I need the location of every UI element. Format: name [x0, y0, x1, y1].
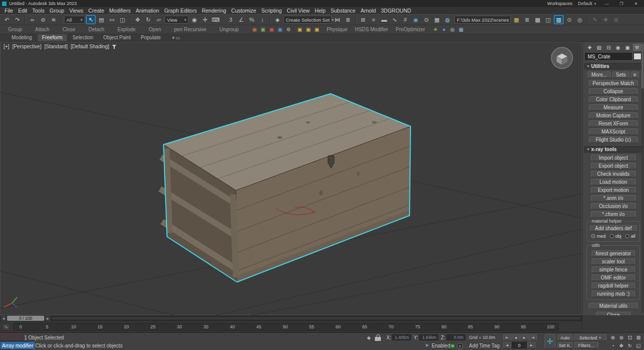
performance-icon[interactable]: ➤	[424, 342, 431, 348]
time-forward-arrow[interactable]: ▸	[45, 316, 50, 321]
set-key-button[interactable]: ✛	[544, 334, 555, 348]
display-channel-icon[interactable]: ◫	[543, 15, 553, 24]
select-by-name-icon[interactable]: ▤	[97, 15, 106, 24]
render-production-icon[interactable]: ◍	[443, 15, 452, 24]
uv-channel-icon[interactable]: ▦	[512, 15, 521, 24]
xray-tool-button[interactable]: Load motion	[591, 179, 636, 185]
menu-item[interactable]: Scripting	[259, 7, 284, 14]
selection-filter-dropdown[interactable]: All▾	[64, 16, 85, 24]
mini-curve-editor-icon[interactable]: ∿	[2, 323, 10, 330]
menu-item[interactable]: Create	[86, 7, 107, 14]
select-object-icon[interactable]: ↖	[86, 15, 96, 24]
unlink-selection-icon[interactable]: ⊘	[38, 15, 48, 24]
menu-item[interactable]: Edit	[16, 7, 30, 14]
toolbar-text-button[interactable]: Detach	[89, 27, 105, 32]
zoom-extents-icon[interactable]: ⊡	[626, 334, 634, 341]
container-import-icon[interactable]: ▣	[251, 26, 258, 33]
go-to-end-icon[interactable]: ⇥	[529, 334, 537, 341]
pan-icon[interactable]: ✥	[617, 342, 625, 349]
time-slider-handle[interactable]: 0 / 100	[7, 316, 44, 321]
shader-scope-radio[interactable]: med	[591, 234, 606, 239]
community-icon[interactable]: ◎	[575, 15, 585, 24]
viewport-canvas[interactable]	[0, 42, 582, 315]
y-coordinate-field[interactable]: 1.94km	[419, 334, 438, 340]
scene-path-dropdown[interactable]: F:\3ds Max 2022\scenes▾	[454, 16, 511, 24]
viewport-shading-menu[interactable]: [Default Shading]	[70, 44, 109, 49]
field-of-view-icon[interactable]: ◔	[609, 342, 617, 349]
more-button[interactable]: More...	[588, 72, 611, 78]
modifier-text-button[interactable]: ProOptimizer	[396, 27, 425, 32]
utils-button[interactable]: running mob :)	[592, 291, 635, 297]
edit-named-selection-sets-icon[interactable]: ◈	[273, 15, 282, 24]
modifier-text-button[interactable]: Physique	[327, 27, 347, 32]
configure-button-sets-icon[interactable]: ≡	[631, 72, 639, 78]
scrollbar-thumb[interactable]	[641, 43, 643, 89]
minimize-button[interactable]: —	[601, 0, 613, 7]
crate-object[interactable]	[160, 94, 411, 282]
utils-button[interactable]: OMF editor	[592, 274, 635, 281]
xray-tool-button[interactable]: Export motion	[591, 187, 636, 193]
ribbon-minimize-icon[interactable]: ▾ ▭	[172, 35, 180, 41]
viewport-general-menu[interactable]: [+]	[4, 44, 9, 49]
per-view-filter-icon[interactable]	[112, 44, 117, 49]
window-crossing-toggle-icon[interactable]: ◫	[118, 15, 127, 24]
bind-to-space-warp-icon[interactable]: ≋	[49, 15, 58, 24]
maximize-viewport-icon[interactable]: ◱	[634, 342, 642, 349]
close-button[interactable]: ✕	[630, 0, 642, 7]
panel-scrollbar[interactable]	[641, 43, 643, 313]
select-and-link-icon[interactable]: ∞	[28, 15, 37, 24]
target-icon[interactable]: ◎	[449, 26, 456, 33]
gold-box-icon-b[interactable]: ▣	[304, 26, 312, 33]
xray-tool-button[interactable]: Export object	[591, 163, 636, 169]
snap-grid-icon[interactable]: ⊞	[611, 15, 621, 24]
ribbon-tab[interactable]: Modeling	[7, 34, 37, 41]
toolbar-text-button[interactable]: Attach	[35, 27, 49, 32]
key-mode-dropdown[interactable]: Selected▾	[574, 334, 606, 341]
previous-frame-icon[interactable]: ◂	[512, 334, 520, 341]
add-shaders-def-button[interactable]: Add shaders def	[590, 225, 637, 232]
mirror-icon[interactable]: ⋈	[333, 15, 342, 24]
play-icon[interactable]: ▸	[520, 334, 528, 341]
spinner-snap-icon[interactable]: ↕	[258, 15, 267, 24]
xray-tool-button[interactable]: Check invalids	[591, 171, 636, 177]
perspective-viewport[interactable]: [+] [Perspective] [Standard] [Default Sh…	[0, 42, 582, 315]
auto-key-button[interactable]: Auto	[557, 334, 573, 341]
maximize-button[interactable]: ❐	[615, 0, 627, 7]
utility-button[interactable]: Collapse	[589, 88, 638, 95]
menu-item[interactable]: Customize	[229, 7, 259, 14]
shader-scope-radio[interactable]: obj	[610, 234, 621, 239]
view-cube[interactable]	[550, 46, 574, 70]
create-tab-icon[interactable]: ✚	[586, 44, 594, 51]
previous-key-icon[interactable]: ◂	[503, 342, 511, 348]
orbit-icon[interactable]: ↻	[626, 342, 634, 349]
utility-button[interactable]: Flight Studio (c)	[589, 136, 638, 143]
x-coordinate-field[interactable]: 1.405m	[392, 334, 411, 340]
utils-button[interactable]: ragdoll helper	[592, 283, 635, 289]
track-bar[interactable]: ∿ 05101520253035404550556065707580859095…	[0, 321, 582, 332]
key-filters-button[interactable]: Filters...	[574, 342, 598, 348]
menu-item[interactable]: Substance	[328, 7, 358, 14]
info-icon[interactable]: ⊙	[565, 15, 574, 24]
undo-icon[interactable]: ↶	[2, 15, 12, 24]
xray-tool-button[interactable]: Import object	[591, 155, 636, 161]
material-utils-button[interactable]: Material utils	[589, 303, 638, 309]
select-and-move-icon[interactable]: ✥	[133, 15, 142, 24]
menu-item[interactable]: Group	[47, 7, 67, 14]
utils-button[interactable]: forest generator	[592, 250, 635, 257]
toolbar-text-button[interactable]: Close	[62, 27, 75, 32]
sets-button[interactable]: Sets	[612, 72, 629, 78]
object-name-field[interactable]: MS_Crate	[585, 53, 632, 60]
xray-tool-button[interactable]: *.anm i/o	[591, 195, 636, 201]
next-key-icon[interactable]: ▸	[527, 342, 535, 348]
select-and-scale-icon[interactable]: ▱	[154, 15, 164, 24]
utility-button[interactable]: Measure	[589, 104, 638, 111]
utilities-tab-icon[interactable]: ⚒	[633, 44, 641, 51]
toggle-scene-explorer-icon[interactable]: ⊞	[358, 15, 368, 24]
macro-recorder-line[interactable]	[0, 333, 23, 341]
workspace-selector[interactable]: Default▾	[576, 1, 598, 6]
xray-tools-rollout-header[interactable]: ▾x-ray tools	[584, 146, 642, 153]
schematic-view-icon[interactable]: #	[400, 15, 410, 24]
rendered-frame-window-icon[interactable]: ▦	[432, 15, 442, 24]
container-rule-icon[interactable]: ⚙	[285, 26, 292, 33]
reference-coordinate-dropdown[interactable]: View▾	[165, 16, 189, 24]
